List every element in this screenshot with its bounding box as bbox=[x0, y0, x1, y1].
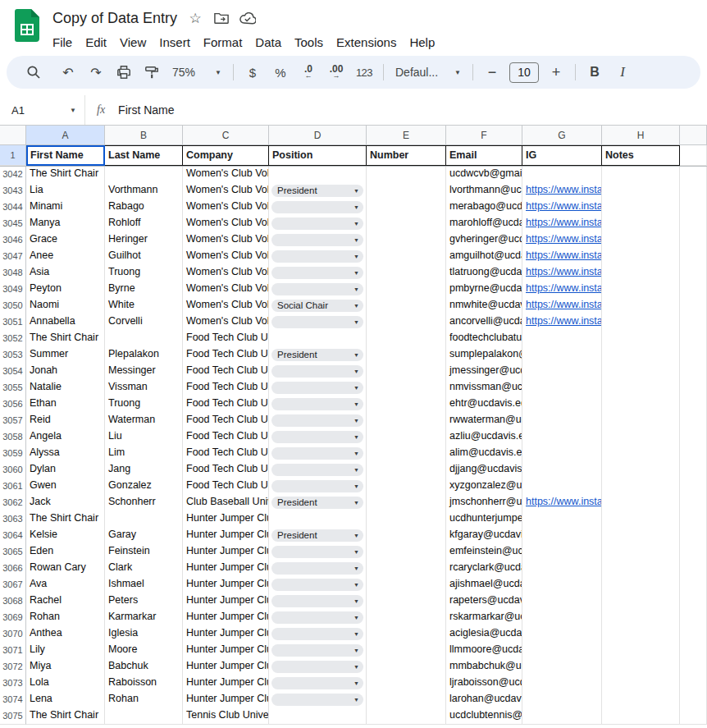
cell-overflow[interactable] bbox=[680, 166, 707, 183]
cell-last-name[interactable]: Rabago bbox=[105, 199, 183, 216]
cell-email[interactable]: ucdhunterjumper bbox=[446, 511, 522, 528]
cell-overflow[interactable] bbox=[680, 658, 707, 675]
cell-ig[interactable] bbox=[522, 691, 602, 708]
cell-notes[interactable] bbox=[602, 560, 680, 577]
cell-last-name[interactable]: Feinstein bbox=[105, 543, 183, 561]
cell-notes[interactable] bbox=[602, 199, 680, 216]
cell-email[interactable]: aciglesia@ucdav bbox=[446, 625, 522, 643]
column-header-partial[interactable] bbox=[680, 126, 707, 145]
row-header-3046[interactable]: 3046 bbox=[0, 231, 26, 249]
select-all-corner[interactable] bbox=[0, 126, 26, 145]
redo-button[interactable]: ↷ bbox=[82, 61, 110, 84]
cell-number[interactable] bbox=[367, 494, 446, 511]
cell-last-name[interactable]: Vissman bbox=[105, 379, 183, 396]
cell-position[interactable]: ▼ bbox=[269, 215, 367, 232]
cell-number[interactable] bbox=[367, 428, 446, 446]
cell-ig[interactable] bbox=[522, 642, 602, 659]
cell-ig[interactable] bbox=[522, 658, 602, 675]
cell-company[interactable]: Tennis Club Unive bbox=[183, 707, 269, 725]
cell-position[interactable]: President▼ bbox=[269, 182, 367, 199]
cell-ig[interactable]: https://www.insta bbox=[522, 314, 602, 331]
cell-notes[interactable] bbox=[602, 461, 680, 478]
cell-email[interactable]: llmmoore@ucda bbox=[446, 642, 522, 659]
position-dropdown[interactable]: ▼ bbox=[271, 316, 363, 328]
row-header-3060[interactable]: 3060 bbox=[0, 461, 26, 478]
cell-overflow[interactable] bbox=[680, 543, 707, 561]
cell-email[interactable]: larohan@ucdavis bbox=[446, 691, 522, 708]
cell-overflow[interactable] bbox=[680, 396, 707, 413]
cell-position[interactable]: ▼ bbox=[269, 231, 367, 249]
cell-ig[interactable] bbox=[522, 412, 602, 429]
cell-position[interactable] bbox=[269, 166, 367, 183]
cell-last-name[interactable]: Vorthmann bbox=[105, 182, 183, 199]
cell-position[interactable]: ▼ bbox=[269, 445, 367, 462]
cell-position[interactable]: ▼ bbox=[269, 264, 367, 282]
row-header-3050[interactable]: 3050 bbox=[0, 297, 26, 314]
decrease-font-size-button[interactable]: − bbox=[478, 61, 506, 84]
cell-email[interactable]: azliu@ucdavis.e bbox=[446, 428, 522, 446]
row-header-3048[interactable]: 3048 bbox=[0, 264, 26, 282]
row-header-3061[interactable]: 3061 bbox=[0, 478, 26, 495]
position-dropdown[interactable]: ▼ bbox=[271, 267, 363, 279]
position-dropdown[interactable]: Social Chair▼ bbox=[271, 300, 363, 312]
cell-first-name[interactable]: Miya bbox=[26, 658, 105, 675]
document-title[interactable]: Copy of Data Entry bbox=[52, 10, 177, 27]
cell-notes[interactable] bbox=[602, 642, 680, 659]
row-header-3064[interactable]: 3064 bbox=[0, 527, 26, 544]
header-cell-number[interactable]: Number bbox=[367, 145, 446, 166]
cell-notes[interactable] bbox=[602, 314, 680, 331]
cell-position[interactable]: ▼ bbox=[269, 609, 367, 626]
cell-overflow[interactable] bbox=[680, 691, 707, 708]
cell-first-name[interactable]: Ethan bbox=[26, 396, 105, 413]
ig-link[interactable]: https://www.insta bbox=[526, 282, 602, 294]
cell-notes[interactable] bbox=[602, 166, 680, 183]
position-dropdown[interactable]: ▼ bbox=[271, 398, 363, 410]
cell-last-name[interactable]: Byrne bbox=[105, 281, 183, 298]
menu-format[interactable]: Format bbox=[197, 33, 249, 52]
row-header-3043[interactable]: 3043 bbox=[0, 182, 26, 199]
ig-link[interactable]: https://www.insta bbox=[526, 266, 602, 277]
cell-first-name[interactable]: The Shirt Chair bbox=[26, 707, 105, 725]
cell-number[interactable] bbox=[367, 363, 446, 380]
cell-first-name[interactable]: Kelsie bbox=[26, 527, 105, 544]
cell-number[interactable] bbox=[367, 314, 446, 331]
position-dropdown[interactable]: ▼ bbox=[271, 644, 363, 657]
cell-overflow[interactable] bbox=[680, 609, 707, 626]
position-dropdown[interactable]: ▼ bbox=[271, 234, 363, 246]
row-header-3047[interactable]: 3047 bbox=[0, 248, 26, 265]
cell-first-name[interactable]: Lily bbox=[26, 642, 105, 659]
cell-number[interactable] bbox=[367, 199, 446, 216]
cell-ig[interactable] bbox=[522, 543, 602, 561]
cell-position[interactable]: President▼ bbox=[269, 346, 367, 364]
cell-ig[interactable] bbox=[522, 625, 602, 643]
row-header-3065[interactable]: 3065 bbox=[0, 543, 26, 561]
position-dropdown[interactable]: ▼ bbox=[271, 694, 363, 706]
cell-company[interactable]: Hunter Jumper Clu bbox=[183, 691, 269, 708]
cell-company[interactable]: Food Tech Club Ur bbox=[183, 330, 269, 347]
ig-link[interactable]: https://www.insta bbox=[526, 200, 602, 212]
menu-insert[interactable]: Insert bbox=[153, 33, 197, 52]
cell-ig[interactable] bbox=[522, 576, 602, 593]
cell-number[interactable] bbox=[367, 478, 446, 495]
cell-company[interactable]: Hunter Jumper Clu bbox=[183, 527, 269, 544]
row-header-3075[interactable]: 3075 bbox=[0, 707, 26, 725]
cell-notes[interactable] bbox=[602, 658, 680, 675]
cell-number[interactable] bbox=[367, 182, 446, 199]
cell-email[interactable]: djjang@ucdavis. bbox=[446, 461, 522, 478]
cell-last-name[interactable]: Heringer bbox=[105, 231, 183, 249]
bold-button[interactable]: B bbox=[581, 61, 609, 84]
cell-ig[interactable]: https://www.insta bbox=[522, 215, 602, 232]
cell-number[interactable] bbox=[367, 264, 446, 282]
cell-last-name[interactable]: Waterman bbox=[105, 412, 183, 429]
cell-company[interactable]: Women's Club Voll bbox=[183, 215, 269, 232]
cell-number[interactable] bbox=[367, 248, 446, 265]
cell-notes[interactable] bbox=[602, 215, 680, 232]
italic-button[interactable]: I bbox=[609, 61, 636, 84]
header-cell-overflow[interactable] bbox=[680, 145, 707, 166]
cell-email[interactable]: xyzgonzalez@uc bbox=[446, 478, 522, 495]
header-cell-last-name[interactable]: Last Name bbox=[105, 145, 183, 166]
cell-last-name[interactable] bbox=[105, 330, 183, 347]
cell-email[interactable]: ancorvelli@ucda bbox=[446, 314, 522, 331]
cell-notes[interactable] bbox=[602, 494, 680, 511]
position-dropdown[interactable]: ▼ bbox=[271, 611, 363, 624]
